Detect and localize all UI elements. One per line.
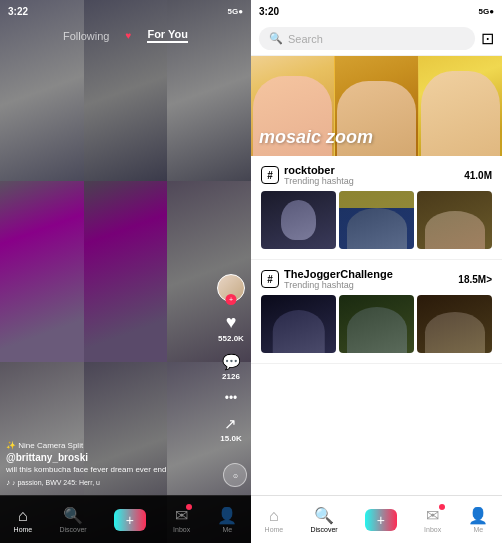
thumb-2c xyxy=(417,295,492,353)
signal-icon: 5G● xyxy=(227,7,243,16)
tab-for-you[interactable]: For You xyxy=(147,28,188,43)
right-time: 3:20 xyxy=(259,6,279,17)
nav-home[interactable]: ⌂ Home xyxy=(14,507,33,533)
left-status-bar: 3:22 5G● xyxy=(0,0,251,22)
video-info: ✨ Nine Camera Split @brittany_broski wil… xyxy=(6,441,201,487)
thumb-1c xyxy=(417,191,492,249)
like-count: 552.0K xyxy=(218,334,244,343)
thumb-1b xyxy=(339,191,414,249)
spark-label: ✨ Nine Camera Split xyxy=(6,441,201,450)
trending-item-1[interactable]: # rocktober Trending hashtag 41.0M xyxy=(251,156,502,260)
left-time: 3:22 xyxy=(8,6,28,17)
sound-info: ♪ ♪ passion, BWV 245: Herr, u xyxy=(6,478,201,487)
mosaic-title: mosaic zoom xyxy=(259,127,373,148)
profile-icon: 👤 xyxy=(217,506,237,525)
right-nav-discover[interactable]: 🔍 Discover xyxy=(310,506,337,533)
more-action[interactable]: ••• xyxy=(225,391,238,405)
comment-icon: 💬 xyxy=(222,353,241,371)
right-signal-icon: 5G● xyxy=(478,7,494,16)
right-add-button[interactable]: + xyxy=(365,509,397,531)
trending-section: # rocktober Trending hashtag 41.0M xyxy=(251,156,502,495)
add-button[interactable]: + xyxy=(114,509,146,531)
left-panel: 3:22 5G● Following ♥ For You + ♥ 552.0K … xyxy=(0,0,251,543)
like-action[interactable]: ♥ 552.0K xyxy=(218,312,244,343)
trending-count-2: 18.5M> xyxy=(458,274,492,285)
right-nav-home[interactable]: ⌂ Home xyxy=(265,507,284,533)
right-panel: 3:20 5G● 🔍 Search ⊡ mosaic zoom xyxy=(251,0,502,543)
trending-name-2: TheJoggerChallenge xyxy=(284,268,393,280)
trending-header-2: # TheJoggerChallenge Trending hashtag 18… xyxy=(261,268,492,290)
right-nav-me[interactable]: 👤 Me xyxy=(468,506,488,533)
right-home-icon: ⌂ xyxy=(269,507,279,525)
mosaic-face-3 xyxy=(419,56,502,156)
follow-plus-badge: + xyxy=(226,294,237,305)
search-bar: 🔍 Search ⊡ xyxy=(251,22,502,56)
watermark: ⊙ xyxy=(223,463,247,487)
nav-inbox-label: Inbox xyxy=(173,526,190,533)
right-inbox-badge xyxy=(439,504,445,510)
left-tabs: Following ♥ For You xyxy=(0,22,251,49)
share-action[interactable]: ↗ 15.0K xyxy=(220,415,241,443)
nav-home-label: Home xyxy=(14,526,33,533)
sound-text: ♪ passion, BWV 245: Herr, u xyxy=(12,479,100,486)
nav-inbox[interactable]: ✉ Inbox xyxy=(173,506,190,533)
trending-info-2: TheJoggerChallenge Trending hashtag xyxy=(284,268,393,290)
discover-icon: 🔍 xyxy=(63,506,83,525)
right-discover-label: Discover xyxy=(310,526,337,533)
thumb-2b xyxy=(339,295,414,353)
comment-action[interactable]: 💬 2126 xyxy=(222,353,241,381)
video-cell-5 xyxy=(84,181,168,362)
trending-sub-1: Trending hashtag xyxy=(284,176,354,186)
video-caption: will this kombucha face fever dream ever… xyxy=(6,465,201,475)
share-icon: ↗ xyxy=(224,415,237,433)
heart-icon: ♥ xyxy=(125,30,131,41)
trending-item-2[interactable]: # TheJoggerChallenge Trending hashtag 18… xyxy=(251,260,502,364)
comment-count: 2126 xyxy=(222,372,240,381)
username[interactable]: @brittany_broski xyxy=(6,452,201,463)
right-me-label: Me xyxy=(474,526,484,533)
nav-discover-label: Discover xyxy=(59,526,86,533)
hashtag-icon-1: # xyxy=(261,166,279,184)
hashtag-icon-2: # xyxy=(261,270,279,288)
right-nav-add[interactable]: + xyxy=(365,509,397,531)
trending-thumbnails-1 xyxy=(261,191,492,249)
home-icon: ⌂ xyxy=(18,507,28,525)
music-note-icon: ♪ xyxy=(6,478,10,487)
search-icon: 🔍 xyxy=(269,32,283,45)
left-status-icons: 5G● xyxy=(227,7,243,16)
right-home-label: Home xyxy=(265,526,284,533)
mosaic-zoom-banner[interactable]: mosaic zoom xyxy=(251,56,502,156)
right-discover-icon: 🔍 xyxy=(314,506,334,525)
heart-icon: ♥ xyxy=(226,312,237,333)
scan-icon[interactable]: ⊡ xyxy=(481,29,494,48)
right-status-icons: 5G● xyxy=(478,7,494,16)
trending-header-1: # rocktober Trending hashtag 41.0M xyxy=(261,164,492,186)
trending-left-2: # TheJoggerChallenge Trending hashtag xyxy=(261,268,393,290)
trending-count-1: 41.0M xyxy=(464,170,492,181)
more-icon: ••• xyxy=(225,391,238,405)
share-count: 15.0K xyxy=(220,434,241,443)
thumb-1a xyxy=(261,191,336,249)
right-bottom-nav: ⌂ Home 🔍 Discover + ✉ Inbox 👤 Me xyxy=(251,495,502,543)
inbox-badge xyxy=(186,504,192,510)
nav-add[interactable]: + xyxy=(114,509,146,531)
right-inbox-label: Inbox xyxy=(424,526,441,533)
left-bottom-nav: ⌂ Home 🔍 Discover + ✉ Inbox 👤 Me xyxy=(0,495,251,543)
right-profile-icon: 👤 xyxy=(468,506,488,525)
nav-me-label: Me xyxy=(223,526,233,533)
trending-thumbnails-2 xyxy=(261,295,492,353)
search-input-wrap[interactable]: 🔍 Search xyxy=(259,27,475,50)
thumb-2a xyxy=(261,295,336,353)
trending-sub-2: Trending hashtag xyxy=(284,280,393,290)
right-status-bar: 3:20 5G● xyxy=(251,0,502,22)
avatar[interactable]: + xyxy=(217,274,245,302)
nav-discover[interactable]: 🔍 Discover xyxy=(59,506,86,533)
right-plus-icon: + xyxy=(377,512,385,528)
right-inbox-icon: ✉ xyxy=(426,506,439,525)
left-actions: + ♥ 552.0K 💬 2126 ••• ↗ 15.0K xyxy=(217,274,245,443)
nav-me[interactable]: 👤 Me xyxy=(217,506,237,533)
right-nav-inbox[interactable]: ✉ Inbox xyxy=(424,506,441,533)
tab-following[interactable]: Following xyxy=(63,30,109,42)
trending-name-1: rocktober xyxy=(284,164,354,176)
trending-info-1: rocktober Trending hashtag xyxy=(284,164,354,186)
